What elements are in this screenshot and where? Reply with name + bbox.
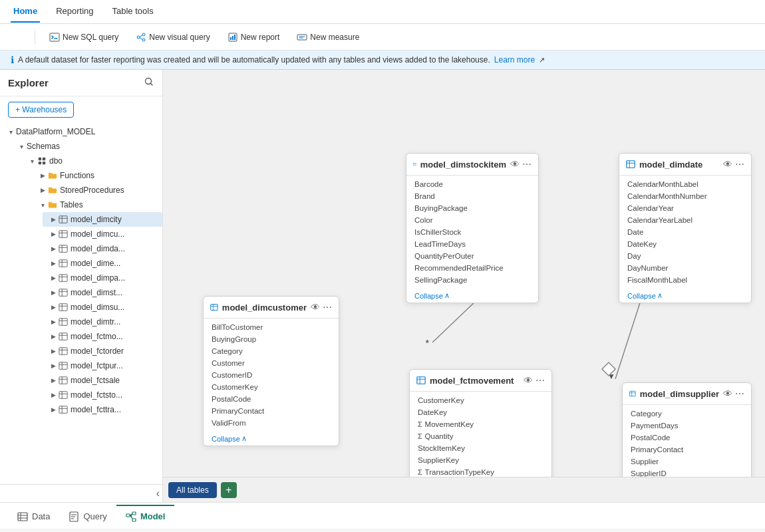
learn-more-link[interactable]: Learn more bbox=[494, 55, 535, 65]
top-navigation: Home Reporting Table tools bbox=[0, 0, 765, 24]
field-rrp: RecommendedRetailPrice bbox=[406, 262, 538, 274]
tree-row-table-fctsale[interactable]: ▶ model_fctsale bbox=[43, 373, 162, 388]
tree-toggle-dbo: ▾ bbox=[27, 156, 37, 166]
new-sql-query-btn[interactable]: New SQL query bbox=[43, 29, 124, 46]
collapse-dimdate[interactable]: Collapse ∧ bbox=[619, 289, 751, 303]
card-more-btn-dimcustomer[interactable]: ⋯ bbox=[323, 302, 332, 313]
all-tables-tab[interactable]: All tables bbox=[168, 482, 217, 498]
tree-label-dbo: dbo bbox=[49, 156, 63, 166]
tab-data[interactable]: Data bbox=[8, 505, 59, 527]
tree-row-table-dime[interactable]: ▶ model_dime... bbox=[43, 256, 162, 271]
main-layout: Explorer + Warehouses ▾ DataPlatform_MOD… bbox=[0, 70, 765, 502]
table-icon bbox=[59, 273, 68, 283]
svg-text:▼: ▼ bbox=[607, 372, 615, 381]
card-header-dimstockitem: model_dimstockitem 👁 ⋯ bbox=[406, 154, 538, 176]
tree-row-schemas[interactable]: ▾ Schemas bbox=[11, 139, 162, 154]
card-eye-btn-dimsupplier[interactable]: 👁 bbox=[723, 388, 732, 399]
svg-rect-20 bbox=[59, 289, 67, 297]
tree-row-dbo[interactable]: ▾ dbo bbox=[21, 154, 162, 168]
tree-label-dimcity: model_dimcity bbox=[71, 215, 122, 224]
card-header-dimcustomer: model_dimcustomer 👁 ⋯ bbox=[204, 297, 339, 319]
sidebar: Explorer + Warehouses ▾ DataPlatform_MOD… bbox=[0, 70, 163, 502]
collapse-dimstockitem[interactable]: Collapse ∧ bbox=[406, 289, 538, 303]
field-fct-datekey: DateKey bbox=[410, 406, 551, 418]
tree-row-table-dimpa[interactable]: ▶ model_dimpa... bbox=[43, 271, 162, 285]
svg-rect-52 bbox=[132, 512, 136, 515]
card-eye-btn-dimcustomer[interactable]: 👁 bbox=[311, 302, 320, 313]
new-measure-btn[interactable]: New measure bbox=[291, 29, 365, 46]
sql-icon bbox=[49, 32, 60, 43]
tree-row-table-dimtr[interactable]: ▶ model_dimtr... bbox=[43, 315, 162, 329]
add-tab-btn[interactable]: + bbox=[221, 482, 237, 498]
table-card-icon bbox=[413, 160, 416, 169]
query-tab-icon bbox=[69, 511, 79, 522]
tree-row-stored-procedures[interactable]: ▶ StoredProcedures bbox=[32, 183, 162, 198]
tree-row-table-fctsto[interactable]: ▶ model_fctsto... bbox=[43, 388, 162, 402]
diagram-canvas[interactable]: 1 * 1 * 1 ▼ 1 * bbox=[163, 70, 765, 502]
sidebar-search-btn[interactable] bbox=[144, 76, 154, 89]
settings-icon-btn[interactable] bbox=[8, 29, 15, 45]
field-fiscalmonlabel: FiscalMonthLabel bbox=[619, 274, 751, 286]
tree-row-table-dimsu[interactable]: ▶ model_dimsu... bbox=[43, 300, 162, 315]
card-eye-btn-dimdate[interactable]: 👁 bbox=[723, 159, 732, 170]
field-fct-movementkey: ΣMovementKey bbox=[410, 418, 551, 430]
tree-row-table-dimcu[interactable]: ▶ model_dimcu... bbox=[43, 227, 162, 241]
tree-row-table-dimcity[interactable]: ▶ model_dimcity bbox=[43, 212, 162, 227]
tree-label-dataplatform: DataPlatform_MODEL bbox=[16, 127, 95, 136]
nav-table-tools[interactable]: Table tools bbox=[110, 1, 156, 23]
svg-rect-17 bbox=[59, 245, 67, 253]
schema-icon bbox=[37, 156, 47, 166]
tree-row-functions[interactable]: ▶ Functions bbox=[32, 168, 162, 183]
tree-toggle-tables: ▾ bbox=[37, 200, 48, 210]
new-visual-query-btn[interactable]: New visual query bbox=[130, 29, 216, 46]
add-warehouses-btn[interactable]: + Warehouses bbox=[8, 102, 74, 118]
card-more-btn-fctmovement[interactable]: ⋯ bbox=[536, 375, 545, 386]
tree-toggle-dimcu: ▶ bbox=[48, 229, 59, 239]
tree-row-table-dimst[interactable]: ▶ model_dimst... bbox=[43, 285, 162, 300]
tab-query[interactable]: Query bbox=[59, 505, 116, 527]
sidebar-collapse-btn[interactable]: ‹ bbox=[156, 487, 160, 499]
tree-label-tables: Tables bbox=[60, 200, 83, 209]
field-calmonlabel: CalendarMonthLabel bbox=[619, 178, 751, 190]
collapse-dimcustomer[interactable]: Collapse ∧ bbox=[204, 432, 339, 446]
nav-home[interactable]: Home bbox=[11, 1, 40, 23]
field-fct-stockitemkey: StockItemKey bbox=[410, 442, 551, 454]
card-more-btn-dimdate[interactable]: ⋯ bbox=[735, 159, 744, 170]
nav-reporting[interactable]: Reporting bbox=[53, 1, 96, 23]
field-sup-postalcode: PostalCode bbox=[623, 432, 751, 444]
tree-row-table-fcttra[interactable]: ▶ model_fcttra... bbox=[43, 402, 162, 417]
svg-rect-16 bbox=[59, 231, 67, 238]
new-report-btn[interactable]: New report bbox=[222, 29, 286, 46]
export-icon-btn[interactable] bbox=[20, 29, 27, 45]
model-tab-icon bbox=[126, 511, 136, 522]
tree-row-table-fctmo[interactable]: ▶ model_fctmo... bbox=[43, 329, 162, 344]
table-card-icon-dimcustomer bbox=[210, 303, 218, 312]
field-leadtimedays: LeadTimeDays bbox=[406, 238, 538, 250]
tree-row-dataplatform[interactable]: ▾ DataPlatform_MODEL bbox=[0, 124, 162, 139]
tree-row-table-dimda[interactable]: ▶ model_dimda... bbox=[43, 241, 162, 256]
field-billtocustomer: BillToCustomer bbox=[204, 321, 339, 333]
svg-rect-53 bbox=[132, 519, 136, 521]
tree-children-schemas: ▾ dbo ▶ bbox=[11, 154, 162, 417]
sidebar-header: Explorer bbox=[0, 70, 162, 96]
svg-marker-41 bbox=[602, 362, 615, 376]
tree-label-dimcu: model_dimcu... bbox=[71, 229, 124, 239]
card-header-dimdate: model_dimdate 👁 ⋯ bbox=[619, 154, 751, 176]
card-body-dimdate: CalendarMonthLabel CalendarMonthNumber C… bbox=[619, 176, 751, 289]
card-more-btn-dimsupplier[interactable]: ⋯ bbox=[735, 388, 744, 399]
table-icon bbox=[59, 317, 68, 327]
folder-icon-functions bbox=[48, 171, 57, 180]
tree-row-table-fctorder[interactable]: ▶ model_fctorder bbox=[43, 344, 162, 358]
card-eye-btn-fctmovement[interactable]: 👁 bbox=[524, 375, 533, 386]
tree-row-table-fctpur[interactable]: ▶ model_fctpur... bbox=[43, 358, 162, 373]
card-body-dimstockitem: Barcode Brand BuyingPackage Color IsChil… bbox=[406, 176, 538, 289]
tree-toggle-dimcity: ▶ bbox=[48, 214, 59, 225]
card-more-btn-dimstockitem[interactable]: ⋯ bbox=[522, 159, 532, 170]
svg-rect-13 bbox=[39, 162, 41, 164]
field-ischillerstock: IsChillerStock bbox=[406, 226, 538, 238]
card-eye-btn-dimstockitem[interactable]: 👁 bbox=[510, 159, 520, 170]
tab-model[interactable]: Model bbox=[116, 505, 175, 527]
table-icon bbox=[59, 259, 68, 268]
tree-row-tables[interactable]: ▾ Tables bbox=[32, 198, 162, 212]
svg-rect-27 bbox=[59, 392, 67, 399]
